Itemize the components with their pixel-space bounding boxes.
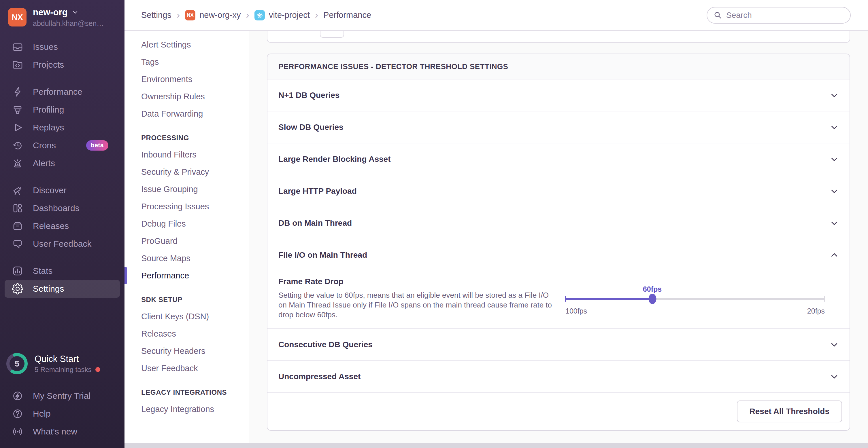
breadcrumb-label: new-org-xy <box>199 10 241 20</box>
quick-start-subtitle: 5 Remaining tasks <box>35 366 91 374</box>
sidebar-item-user-feedback[interactable]: User Feedback <box>0 235 124 253</box>
settings-nav-inbound-filters[interactable]: Inbound Filters <box>124 146 249 163</box>
react-project-icon <box>254 10 265 21</box>
settings-nav-data-forwarding[interactable]: Data Forwarding <box>124 105 249 123</box>
detector-row-large-render-blocking-asset[interactable]: Large Render Blocking Asset <box>268 143 849 175</box>
sidebar-item-help[interactable]: Help <box>0 405 124 423</box>
sidebar-item-label: Releases <box>33 221 69 231</box>
settings-nav-group-sdk-setup: SDK SETUP <box>124 292 249 308</box>
detector-label: File I/O on Main Thread <box>278 250 367 260</box>
sidebar-item-label: Profiling <box>33 105 64 114</box>
sidebar-item-issues[interactable]: Issues <box>0 38 124 56</box>
detector-row-uncompressed-asset[interactable]: Uncompressed Asset <box>268 361 849 393</box>
main-content: PERFORMANCE ISSUES - DETECTOR THRESHOLD … <box>249 0 868 448</box>
progress-ring: 5 <box>6 353 28 374</box>
settings-nav: Alert Settings Tags Environments Ownersh… <box>124 0 249 448</box>
sidebar-item-stats[interactable]: Stats <box>0 262 124 280</box>
detector-label: Slow DB Queries <box>278 123 343 132</box>
settings-nav-group-legacy: LEGACY INTEGRATIONS <box>124 384 249 401</box>
settings-nav-performance[interactable]: Performance <box>124 267 249 284</box>
sidebar-item-label: User Feedback <box>33 239 91 249</box>
notification-dot <box>95 367 100 372</box>
search-box[interactable] <box>707 7 851 24</box>
settings-nav-user-feedback[interactable]: User Feedback <box>124 359 249 377</box>
quick-start[interactable]: 5 Quick Start 5 Remaining tasks <box>6 353 118 374</box>
detector-threshold-panel: PERFORMANCE ISSUES - DETECTOR THRESHOLD … <box>267 54 850 431</box>
releases-icon <box>11 220 24 232</box>
discover-icon <box>11 184 24 196</box>
detector-row-n-plus-one-db-queries[interactable]: N+1 DB Queries <box>268 79 849 111</box>
settings-nav-source-maps[interactable]: Source Maps <box>124 250 249 267</box>
sidebar-item-label: Projects <box>33 60 64 70</box>
search-input[interactable] <box>726 11 844 20</box>
sidebar-item-profiling[interactable]: Profiling <box>0 101 124 118</box>
projects-icon <box>11 59 24 71</box>
org-avatar: NX <box>8 8 27 27</box>
active-item-indicator <box>124 267 127 284</box>
settings-nav-tags[interactable]: Tags <box>124 53 249 71</box>
settings-nav-group-processing: PROCESSING <box>124 130 249 146</box>
settings-nav-ownership-rules[interactable]: Ownership Rules <box>124 88 249 105</box>
beta-badge: beta <box>86 140 108 150</box>
sidebar-item-dashboards[interactable]: Dashboards <box>0 199 124 217</box>
detector-row-db-on-main-thread[interactable]: DB on Main Thread <box>268 207 849 239</box>
settings-nav-alert-settings[interactable]: Alert Settings <box>124 36 249 53</box>
settings-nav-releases[interactable]: Releases <box>124 325 249 342</box>
sidebar-item-label: Issues <box>33 42 58 52</box>
sidebar-item-whats-new[interactable]: What's new <box>0 423 124 441</box>
primary-sidebar: NX new-org abdullah.khan@sen… Issues Pro… <box>0 0 124 448</box>
settings-nav-issue-grouping[interactable]: Issue Grouping <box>124 180 249 198</box>
sidebar-item-alerts[interactable]: Alerts <box>0 154 124 172</box>
settings-nav-legacy-integrations[interactable]: Legacy Integrations <box>124 401 249 418</box>
sidebar-item-label: Dashboards <box>33 203 80 213</box>
detector-row-large-http-payload[interactable]: Large HTTP Payload <box>268 175 849 207</box>
detector-label: Large HTTP Payload <box>278 186 357 196</box>
reset-all-thresholds-button[interactable]: Reset All Thresholds <box>737 401 842 422</box>
breadcrumb-project[interactable]: vite-project <box>254 10 310 21</box>
crons-icon <box>11 139 24 151</box>
settings-nav-proguard[interactable]: ProGuard <box>124 232 249 250</box>
breadcrumb-label: Settings <box>141 10 172 20</box>
sidebar-item-discover[interactable]: Discover <box>0 181 124 199</box>
org-meta: new-org abdullah.khan@sen… <box>33 7 104 28</box>
trial-icon <box>11 390 24 402</box>
sidebar-item-replays[interactable]: Replays <box>0 118 124 136</box>
sidebar-bottom: 5 Quick Start 5 Remaining tasks My Sentr… <box>0 353 124 448</box>
sidebar-item-label: Help <box>33 409 51 419</box>
detector-row-file-io-on-main-thread[interactable]: File I/O on Main Thread <box>268 239 849 271</box>
detector-row-consecutive-db-queries[interactable]: Consecutive DB Queries <box>268 329 849 361</box>
slider-handle[interactable] <box>648 294 656 304</box>
gear-icon <box>11 283 24 295</box>
sidebar-item-label: My Sentry Trial <box>33 391 91 401</box>
sidebar-item-my-sentry-trial[interactable]: My Sentry Trial <box>0 387 124 405</box>
stats-icon <box>11 265 24 277</box>
quick-start-count: 5 <box>6 353 28 374</box>
breadcrumb-organization[interactable]: NX new-org-xy <box>185 10 241 21</box>
settings-nav-security-headers[interactable]: Security Headers <box>124 342 249 359</box>
org-email: abdullah.khan@sen… <box>33 19 104 28</box>
chevron-down-icon <box>72 9 79 16</box>
sidebar-item-projects[interactable]: Projects <box>0 56 124 74</box>
slider-track[interactable] <box>565 298 825 300</box>
org-switcher[interactable]: NX new-org abdullah.khan@sen… <box>8 6 118 28</box>
settings-nav-debug-files[interactable]: Debug Files <box>124 215 249 232</box>
sidebar-item-crons[interactable]: Crons beta <box>0 136 124 154</box>
settings-nav-security-privacy[interactable]: Security & Privacy <box>124 163 249 180</box>
dashboards-icon <box>11 202 24 214</box>
chevron-down-icon <box>830 187 839 196</box>
chevron-down-icon <box>830 372 839 381</box>
settings-nav-environments[interactable]: Environments <box>124 71 249 88</box>
detector-row-slow-db-queries[interactable]: Slow DB Queries <box>268 111 849 143</box>
breadcrumb-separator: › <box>177 10 180 21</box>
sidebar-item-settings[interactable]: Settings <box>5 280 120 298</box>
sidebar-item-performance[interactable]: Performance <box>0 83 124 101</box>
settings-nav-client-keys[interactable]: Client Keys (DSN) <box>124 308 249 325</box>
breadcrumb-settings[interactable]: Settings <box>141 10 172 20</box>
settings-nav-processing-issues[interactable]: Processing Issues <box>124 198 249 215</box>
chevron-up-icon <box>830 251 839 260</box>
slider-value-label: 60fps <box>643 285 662 294</box>
horizontal-scrollbar[interactable] <box>124 443 868 448</box>
org-name: new-org <box>33 7 68 18</box>
breadcrumb-separator: › <box>246 10 249 21</box>
sidebar-item-releases[interactable]: Releases <box>0 217 124 235</box>
